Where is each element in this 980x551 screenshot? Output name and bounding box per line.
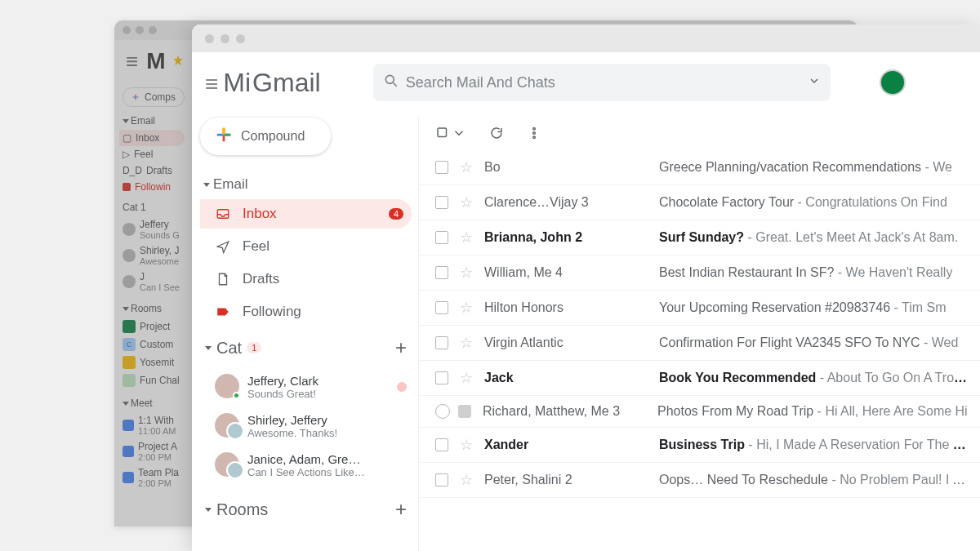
message-snippet: - We Haven't Really xyxy=(834,265,952,279)
compose-button[interactable]: Compound xyxy=(200,118,331,155)
star-icon[interactable]: ☆ xyxy=(460,369,473,387)
search-bar[interactable] xyxy=(373,64,831,101)
star-icon[interactable]: ☆ xyxy=(460,471,473,489)
star-icon[interactable]: ☆ xyxy=(460,299,473,317)
row-checkbox[interactable] xyxy=(435,301,448,314)
message-row[interactable]: ☆ Peter, Shalini 2 Oops… Need To Resched… xyxy=(419,463,980,498)
add-room-icon[interactable]: + xyxy=(395,498,407,521)
star-icon[interactable]: ☆ xyxy=(460,158,473,176)
message-row[interactable]: Richard, Matthew, Me 3 Photos From My Ro… xyxy=(419,396,980,428)
svg-point-10 xyxy=(533,127,536,130)
message-list: ☆ Bo Greece Planning/vacation Recommenda… xyxy=(419,118,980,551)
refresh-icon[interactable] xyxy=(489,126,504,140)
chat-item[interactable]: Jeffery, Clark Sounds Great! xyxy=(200,369,412,405)
star-icon[interactable]: ☆ xyxy=(460,436,473,454)
sidebar-section-chat[interactable]: Cat 1 + xyxy=(200,330,412,366)
message-row[interactable]: ☆ Xander Business Trip - Hi, I Made A Re… xyxy=(419,428,980,463)
sidebar-item-drafts[interactable]: Drafts xyxy=(200,264,412,294)
traffic-light-dot xyxy=(149,26,157,34)
radio-icon[interactable] xyxy=(435,404,450,419)
sidebar-item-inbox[interactable]: Inbox 4 xyxy=(200,199,412,229)
bg-meet-section: Meet xyxy=(131,398,153,409)
bg-room-item: Fun Chal xyxy=(122,371,185,389)
message-snippet: - About To Go On A Trop A xyxy=(816,371,969,384)
bg-room-item: Yosemit xyxy=(122,353,185,371)
bg-rooms-section: Rooms xyxy=(131,303,162,314)
account-avatar[interactable] xyxy=(880,69,906,96)
row-checkbox[interactable] xyxy=(435,161,448,174)
message-row[interactable]: ☆ Hilton Honors Your Upcoming Reservatio… xyxy=(419,291,980,326)
more-icon[interactable] xyxy=(527,126,541,140)
add-chat-icon[interactable]: + xyxy=(395,336,407,359)
menu-icon: ≡ xyxy=(126,49,138,74)
bg-compose-button: Comps xyxy=(122,87,185,107)
bg-brand-letter: M xyxy=(146,48,165,74)
search-options-icon[interactable] xyxy=(808,74,821,91)
star-icon[interactable]: ☆ xyxy=(460,193,473,211)
bg-email-section: Email xyxy=(131,115,155,127)
message-sender: Bo xyxy=(484,160,648,175)
row-checkbox[interactable] xyxy=(435,196,448,209)
bg-sidebar-inbox: ▢Inbox xyxy=(119,130,185,146)
message-row[interactable]: ☆ Bo Greece Planning/vacation Recommenda… xyxy=(419,150,980,185)
bg-meet-item: 1:1 With11:00 AM xyxy=(122,412,185,438)
message-row[interactable]: ☆ William, Me 4 Best Indian Restaurant I… xyxy=(419,256,980,291)
message-subject: Book You Recommended - About To Go On A … xyxy=(659,371,969,385)
sidebar-section-label: Email xyxy=(213,176,248,193)
select-all-checkbox[interactable] xyxy=(435,126,466,140)
message-snippet: - Great. Let's Meet At Jack's At 8am. xyxy=(744,230,958,244)
message-row[interactable]: ☆ Virgin Atlantic Confirmation For Fligh… xyxy=(419,326,980,361)
bg-chat-item: JCan I See xyxy=(122,269,185,295)
message-subject: Business Trip - Hi, I Made A Reservation… xyxy=(659,438,969,452)
message-subject: Oops… Need To Reschedule - No Problem Pa… xyxy=(659,473,969,487)
sidebar-item-feel[interactable]: Feel xyxy=(200,232,412,261)
message-sender: Jack xyxy=(484,371,648,385)
chat-name: Janice, Adam, Gre… xyxy=(247,452,365,466)
svg-point-12 xyxy=(533,136,536,139)
traffic-light-minimize[interactable] xyxy=(220,34,229,43)
search-input[interactable] xyxy=(406,74,808,91)
row-checkbox[interactable] xyxy=(435,231,448,244)
message-sender: Clarence…Vijay 3 xyxy=(484,195,648,210)
message-snippet: - Congratulations On Find xyxy=(794,195,947,209)
plus-icon xyxy=(215,126,233,147)
chat-item[interactable]: Janice, Adam, Gre… Can I See Actions Lik… xyxy=(200,447,412,483)
row-checkbox[interactable] xyxy=(435,371,448,384)
sidebar-section-label: Rooms xyxy=(216,500,268,519)
svg-rect-9 xyxy=(438,128,447,137)
message-row[interactable]: ☆ Jack Book You Recommended - About To G… xyxy=(419,361,980,396)
star-icon[interactable]: ☆ xyxy=(460,334,473,352)
chat-count-badge: 1 xyxy=(247,342,261,353)
chevron-down-icon xyxy=(205,346,212,350)
sidebar-section-email[interactable]: Email xyxy=(200,173,412,196)
chat-item[interactable]: Shirley, Jeffery Awesome. Thanks! xyxy=(200,408,412,444)
message-subject: Best Indian Restaurant In SF? - We Haven… xyxy=(659,265,952,280)
label-chip xyxy=(458,405,471,418)
notification-dot xyxy=(397,382,407,392)
star-icon[interactable]: ☆ xyxy=(460,264,473,282)
menu-icon[interactable]: ≡ xyxy=(205,71,218,97)
sidebar-item-label: Inbox xyxy=(243,206,277,222)
row-checkbox[interactable] xyxy=(435,473,448,487)
bg-room-item: Project xyxy=(122,318,185,335)
row-checkbox[interactable] xyxy=(435,336,448,349)
row-checkbox[interactable] xyxy=(435,266,448,279)
unread-badge: 4 xyxy=(389,208,403,220)
chat-preview: Sounds Great! xyxy=(247,388,318,400)
message-snippet: - We xyxy=(921,160,952,174)
brand-prefix: Mi xyxy=(223,68,251,98)
star-icon[interactable]: ☆ xyxy=(460,229,473,247)
message-row[interactable]: ☆ Brianna, John 2 Surf Sunday? - Great. … xyxy=(419,220,980,256)
traffic-light-maximize[interactable] xyxy=(236,34,245,43)
traffic-light-close[interactable] xyxy=(205,34,214,43)
message-row[interactable]: ☆ Clarence…Vijay 3 Chocolate Factory Tou… xyxy=(419,185,980,220)
row-checkbox[interactable] xyxy=(435,438,448,451)
svg-line-3 xyxy=(393,82,396,86)
bg-chat-item: Shirley, JAwesome xyxy=(122,242,185,269)
sidebar-item-following[interactable]: Following xyxy=(200,297,412,327)
sidebar-section-rooms[interactable]: Rooms + xyxy=(200,491,412,527)
traffic-light-dot xyxy=(136,26,144,34)
message-snippet: - Hi, I Made A Reservation For The Ho xyxy=(745,438,969,451)
svg-point-2 xyxy=(385,75,394,83)
message-sender: Brianna, John 2 xyxy=(484,230,648,245)
